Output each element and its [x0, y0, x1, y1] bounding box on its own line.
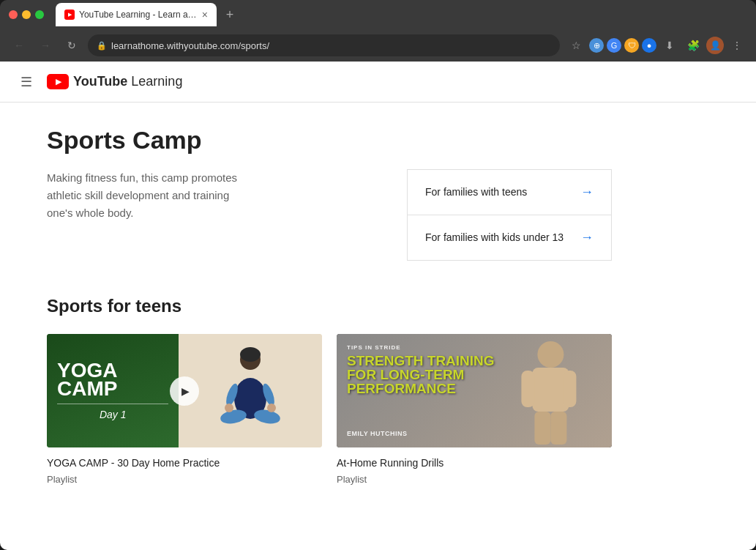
url-bar[interactable]: 🔒 learnathome.withyoutube.com/sports/	[88, 34, 560, 56]
url-text: learnathome.withyoutube.com/sports/	[111, 40, 269, 51]
yoga-person-svg	[217, 343, 283, 439]
running-video-title: At-Home Running Drills	[337, 456, 612, 471]
yoga-video-type: Playlist	[47, 474, 322, 485]
star-icon[interactable]: ☆	[566, 35, 586, 56]
play-button[interactable]	[170, 376, 199, 406]
page-title: Sports Camp	[47, 126, 612, 155]
page-content: ☰ YouTube Learning Sports Camp Making fi…	[0, 62, 756, 550]
main-content: Sports Camp Making fitness fun, this cam…	[0, 103, 659, 508]
yt-logo-text: YouTube Learning	[73, 74, 182, 89]
content-grid: Making fitness fun, this camp promotes a…	[47, 169, 612, 261]
yoga-video-title: YOGA CAMP - 30 Day Home Practice	[47, 456, 322, 471]
lock-icon: 🔒	[97, 41, 107, 51]
svg-point-1	[240, 347, 261, 362]
svg-point-8	[267, 404, 276, 412]
active-tab[interactable]: YouTube Learning - Learn at H… ×	[56, 3, 217, 26]
menu-button[interactable]: ☰	[18, 71, 35, 93]
running-thumb-author: EMILY HUTCHINS	[347, 430, 408, 437]
running-thumb-title: STRENGTH TRAINING FOR LONG-TERM PERFORMA…	[347, 354, 500, 395]
yt-header: ☰ YouTube Learning	[0, 62, 756, 103]
family-cards-container: For families with teens → For families w…	[407, 169, 612, 261]
tab-bar: YouTube Learning - Learn at H… × +	[56, 3, 747, 26]
tab-close-icon[interactable]: ×	[202, 9, 208, 21]
section-title: Sports for teens	[47, 296, 612, 316]
videos-grid: YOGACAMP Day 1	[47, 334, 612, 485]
address-bar: ← → ↻ 🔒 learnathome.withyoutube.com/spor…	[0, 29, 756, 62]
minimize-button[interactable]	[22, 10, 31, 19]
page-description: Making fitness fun, this camp promotes a…	[47, 169, 252, 222]
tab-favicon	[64, 10, 75, 20]
forward-button[interactable]: →	[35, 35, 56, 56]
svg-rect-14	[551, 412, 567, 445]
tab-title: YouTube Learning - Learn at H…	[79, 10, 198, 20]
circle-extension-icon[interactable]: ●	[642, 38, 656, 53]
refresh-button[interactable]: ↻	[61, 35, 82, 56]
video-card-running[interactable]: TIPS IN STRIDE STRENGTH TRAINING FOR LON…	[337, 334, 612, 485]
family-card-kids[interactable]: For families with kids under 13 →	[407, 215, 612, 261]
yt-logo[interactable]: YouTube Learning	[47, 74, 182, 89]
browser-window: YouTube Learning - Learn at H… × + ← → ↻…	[0, 0, 756, 550]
running-brand: TIPS IN STRIDE	[347, 344, 602, 351]
traffic-lights	[9, 10, 44, 19]
family-card-kids-label: For families with kids under 13	[425, 231, 564, 245]
avatar[interactable]: 👤	[706, 37, 724, 54]
left-content: Making fitness fun, this camp promotes a…	[47, 169, 378, 222]
yoga-thumbnail: YOGACAMP Day 1	[47, 334, 322, 447]
yoga-thumb-right	[179, 334, 322, 447]
family-card-teens-label: For families with teens	[425, 185, 527, 200]
download-icon[interactable]: ⬇	[659, 35, 680, 56]
family-card-teens[interactable]: For families with teens →	[407, 169, 612, 215]
maximize-button[interactable]	[35, 10, 44, 19]
running-video-type: Playlist	[337, 474, 612, 485]
family-card-kids-arrow: →	[580, 230, 594, 245]
puzzle-icon[interactable]: 🧩	[683, 35, 703, 56]
more-options-icon[interactable]: ⋮	[727, 35, 747, 56]
svg-rect-13	[535, 412, 551, 445]
yt-logo-learning: Learning	[127, 74, 182, 89]
toolbar-icons: ☆ ⊕ G 🛡 ● ⬇ 🧩 👤 ⋮	[566, 35, 747, 56]
svg-point-7	[225, 404, 233, 412]
yt-logo-youtube: YouTube	[73, 74, 127, 89]
title-bar: YouTube Learning - Learn at H… × +	[0, 0, 756, 29]
yoga-thumb-day: Day 1	[57, 404, 168, 420]
close-button[interactable]	[9, 10, 18, 19]
yt-logo-icon	[47, 74, 69, 89]
back-button[interactable]: ←	[9, 35, 29, 56]
running-thumbnail: TIPS IN STRIDE STRENGTH TRAINING FOR LON…	[337, 334, 612, 447]
new-tab-button[interactable]: +	[220, 4, 240, 25]
shield-extension-icon[interactable]: 🛡	[624, 38, 639, 53]
layers-extension-icon[interactable]: ⊕	[589, 38, 604, 53]
video-card-yoga[interactable]: YOGACAMP Day 1	[47, 334, 322, 485]
family-card-teens-arrow: →	[580, 185, 594, 200]
yoga-thumb-title: YOGACAMP	[57, 361, 117, 398]
translate-extension-icon[interactable]: G	[607, 38, 621, 53]
